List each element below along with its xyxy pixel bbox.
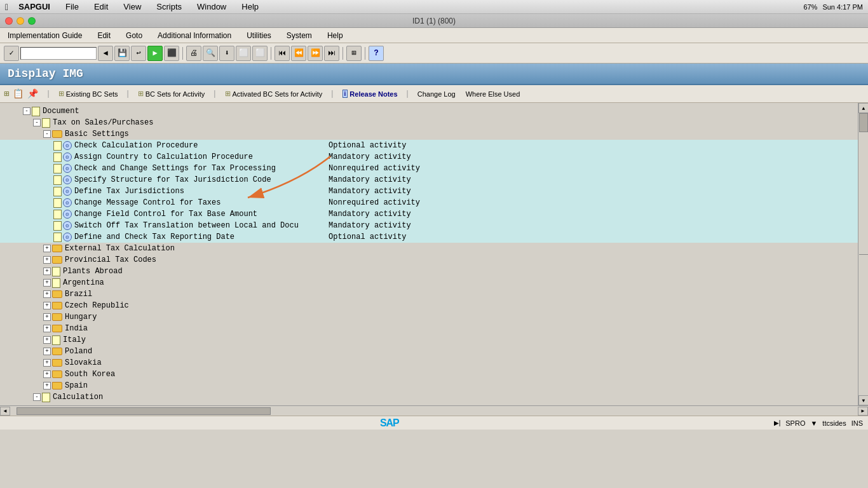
expand-slovakia[interactable]: + bbox=[43, 359, 51, 367]
last-page[interactable]: ⏭ bbox=[324, 46, 339, 61]
tree-node-poland[interactable]: + Poland bbox=[0, 346, 858, 357]
collapse-icon[interactable]: 📋 bbox=[13, 88, 24, 99]
sap-menu-implementation-guide[interactable]: Implementation Guide bbox=[5, 30, 85, 41]
h-scroll-thumb[interactable] bbox=[17, 407, 271, 415]
tree-node-switch-off[interactable]: ⚙ Switch Off Tax Translation between Loc… bbox=[0, 220, 858, 231]
tree-node-czech[interactable]: + Czech Republic bbox=[0, 300, 858, 311]
tree-node-brazil[interactable]: + Brazil bbox=[0, 288, 858, 300]
toolbar-btn-5[interactable]: ⬜ bbox=[236, 46, 251, 61]
expand-argentina[interactable]: + bbox=[43, 279, 51, 287]
h-scroll-left[interactable]: ◀ bbox=[0, 407, 10, 416]
tree-node-specify[interactable]: ⚙ Specify Structure for Tax Jurisdiction… bbox=[0, 174, 858, 186]
expand-brazil[interactable]: + bbox=[43, 290, 51, 298]
existing-bc-sets-btn[interactable]: ⊞ Existing BC Sets bbox=[55, 88, 122, 99]
release-notes-btn[interactable]: i Release Notes bbox=[339, 88, 402, 99]
mac-menu-sapgui[interactable]: SAPGUI bbox=[16, 2, 53, 11]
sap-menu-goto[interactable]: Goto bbox=[123, 30, 145, 41]
mac-menu-scripts[interactable]: Scripts bbox=[154, 2, 184, 11]
tree-node-spain[interactable]: + Spain bbox=[0, 380, 858, 391]
change-log-btn[interactable]: Change Log bbox=[414, 89, 459, 99]
expand-south-korea[interactable]: + bbox=[43, 370, 51, 378]
expand-basic-settings[interactable]: - bbox=[43, 130, 51, 138]
expand-poland[interactable]: + bbox=[43, 348, 51, 355]
where-else-used-btn[interactable]: Where Else Used bbox=[462, 89, 524, 99]
next-page[interactable]: ⏩ bbox=[308, 46, 323, 61]
mac-menu-view[interactable]: View bbox=[121, 2, 144, 11]
expand-hungary[interactable]: + bbox=[43, 313, 51, 321]
tree-node-basic-settings[interactable]: - Basic Settings bbox=[0, 128, 858, 140]
h-scrollbar[interactable]: ◀ ▶ bbox=[0, 405, 868, 416]
first-page[interactable]: ⏮ bbox=[275, 46, 290, 61]
activated-bc-btn[interactable]: ⊞ Activated BC Sets for Activity bbox=[221, 88, 327, 99]
tree-scroll-area[interactable]: - Document - Tax on Sales/Purchases - B bbox=[0, 103, 858, 405]
mac-menu-help[interactable]: Help bbox=[239, 2, 261, 11]
nav-back[interactable]: ◀ bbox=[98, 46, 113, 61]
find-next[interactable]: ⬇ bbox=[219, 46, 234, 61]
tree-node-external-tax[interactable]: + External Tax Calculation bbox=[0, 243, 858, 254]
find-button[interactable]: 🔍 bbox=[203, 46, 218, 61]
tree-node-calculation[interactable]: - Calculation bbox=[0, 391, 858, 403]
layout-btn[interactable]: ⊞ bbox=[346, 46, 362, 61]
v-scrollbar[interactable]: ▲ ▼ bbox=[858, 103, 868, 405]
save-button[interactable]: 💾 bbox=[114, 46, 130, 61]
minimize-button[interactable] bbox=[17, 17, 24, 25]
tree-node-check-change[interactable]: ⚙ Check and Change Settings for Tax Proc… bbox=[0, 163, 858, 174]
expand-tax-sales[interactable]: - bbox=[33, 119, 41, 126]
v-scroll-up[interactable]: ▲ bbox=[858, 103, 868, 113]
toolbar-btn-6[interactable]: ⬜ bbox=[252, 46, 268, 61]
tree-node-define-check[interactable]: ⚙ Define and Check Tax Reporting Date Op… bbox=[0, 231, 858, 243]
tree-node-india[interactable]: + India bbox=[0, 323, 858, 334]
h-scroll-right[interactable]: ▶ bbox=[858, 407, 868, 416]
check-button[interactable]: ✓ bbox=[4, 46, 19, 61]
expand-spain[interactable]: + bbox=[43, 382, 51, 390]
bookmark-icon[interactable]: 📌 bbox=[27, 88, 38, 99]
sap-menu-system[interactable]: System bbox=[284, 30, 315, 41]
tree-node-hungary[interactable]: + Hungary bbox=[0, 311, 858, 323]
v-scroll-down[interactable]: ▼ bbox=[858, 395, 868, 405]
expand-plants[interactable]: + bbox=[43, 268, 51, 275]
execute-button[interactable]: ▶ bbox=[147, 46, 163, 61]
tree-node-italy[interactable]: + Italy bbox=[0, 334, 858, 346]
tree-node-slovakia[interactable]: + Slovakia bbox=[0, 357, 858, 369]
tree-node-check-calc[interactable]: ⚙ Check Calculation Procedure Optional a… bbox=[0, 140, 858, 151]
status-center: SAP bbox=[5, 417, 774, 429]
sap-menu-additional-info[interactable]: Additional Information bbox=[155, 30, 234, 41]
expand-provincial[interactable]: + bbox=[43, 256, 51, 264]
sap-menu-utilities[interactable]: Utilities bbox=[244, 30, 274, 41]
tree-node-plants-abroad[interactable]: + Plants Abroad bbox=[0, 266, 858, 277]
help-btn[interactable]: ? bbox=[369, 46, 384, 61]
tree-node-document[interactable]: - Document bbox=[0, 105, 858, 117]
status-dropdown[interactable]: ▼ bbox=[810, 419, 817, 427]
activity-type-switch-off: Mandatory activity bbox=[316, 221, 411, 230]
tree-node-assign-country[interactable]: ⚙ Assign Country to Calculation Procedur… bbox=[0, 151, 858, 163]
expand-italy[interactable]: + bbox=[43, 336, 51, 344]
mac-menu-edit[interactable]: Edit bbox=[92, 2, 111, 11]
stop-button[interactable]: ⬛ bbox=[164, 46, 179, 61]
maximize-button[interactable] bbox=[28, 17, 36, 25]
expand-calculation[interactable]: - bbox=[33, 393, 41, 401]
expand-external-tax[interactable]: + bbox=[43, 245, 51, 252]
sap-menu-help[interactable]: Help bbox=[325, 30, 346, 41]
previous-screen[interactable]: ↩ bbox=[131, 46, 146, 61]
bc-sets-activity-btn[interactable]: ⊞ BC Sets for Activity bbox=[134, 88, 209, 99]
prev-page[interactable]: ⏪ bbox=[291, 46, 306, 61]
tree-node-change-field[interactable]: ⚙ Change Field Control for Tax Base Amou… bbox=[0, 208, 858, 220]
expand-india[interactable]: + bbox=[43, 325, 51, 332]
tree-node-argentina[interactable]: + Argentina bbox=[0, 277, 858, 288]
print-button[interactable]: 🖨 bbox=[186, 46, 201, 61]
node-slovakia-text: Slovakia bbox=[65, 358, 102, 367]
tree-node-provincial[interactable]: + Provincial Tax Codes bbox=[0, 254, 858, 266]
tree-node-tax-sales[interactable]: - Tax on Sales/Purchases bbox=[0, 117, 858, 128]
command-input[interactable] bbox=[20, 47, 97, 60]
expand-all-icon[interactable]: ⊞ bbox=[4, 88, 9, 99]
v-scroll-thumb[interactable] bbox=[859, 113, 868, 132]
sap-menu-edit[interactable]: Edit bbox=[95, 30, 113, 41]
tree-node-change-msg[interactable]: ⚙ Change Message Control for Taxes Nonre… bbox=[0, 197, 858, 208]
mac-menu-file[interactable]: File bbox=[63, 2, 81, 11]
tree-node-south-korea[interactable]: + South Korea bbox=[0, 369, 858, 380]
tree-node-define-tax[interactable]: ⚙ Define Tax Jurisdictions Mandatory act… bbox=[0, 186, 858, 197]
expand-czech[interactable]: + bbox=[43, 302, 51, 309]
close-button[interactable] bbox=[5, 17, 13, 25]
mac-menu-window[interactable]: Window bbox=[194, 2, 229, 11]
expand-document[interactable]: - bbox=[23, 107, 31, 115]
